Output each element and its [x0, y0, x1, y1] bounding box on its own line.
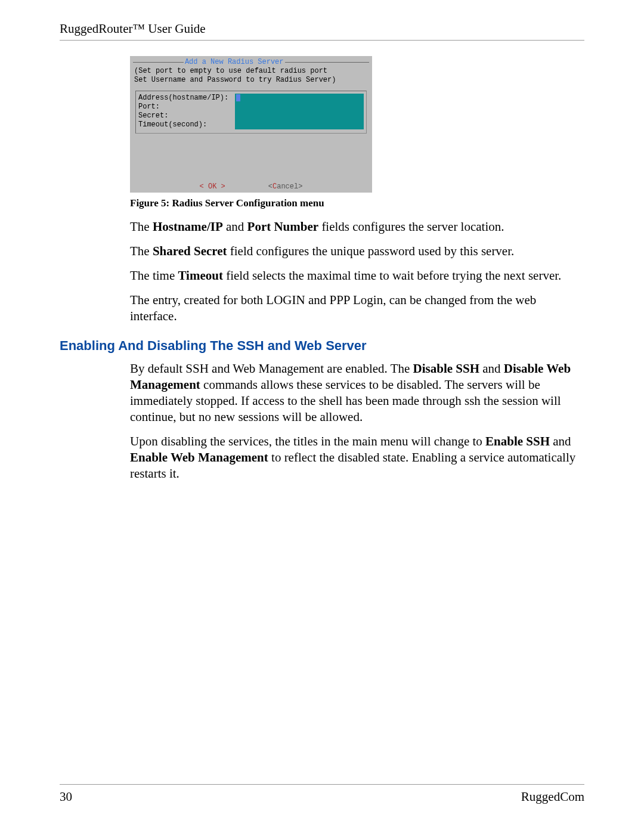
paragraph: The Shared Secret field configures the u…	[130, 243, 584, 259]
figure-caption: Figure 5: Radius Server Configuration me…	[130, 197, 584, 209]
dialog-border-line	[133, 62, 184, 63]
dialog-hint-1: (Set port to empty to use default radius…	[134, 67, 370, 76]
header-title: RuggedRouter™ User Guide	[60, 21, 206, 36]
dialog-hint-2: Set Username and Password to try Radius …	[134, 76, 370, 85]
field-input-address[interactable]	[235, 94, 364, 103]
paragraph: By default SSH and Web Management are en…	[130, 361, 584, 425]
dialog-button-row: < OK > <Cancel>	[132, 182, 370, 191]
cancel-button[interactable]: <Cancel>	[268, 182, 303, 191]
field-input-port[interactable]	[235, 103, 364, 112]
field-label-timeout: Timeout(second):	[138, 120, 235, 129]
field-label-address: Address(hostname/IP):	[138, 94, 235, 103]
dialog-border-line	[285, 62, 369, 63]
footer-brand: RuggedCom	[521, 789, 584, 804]
page-footer: 30 RuggedCom	[60, 784, 584, 804]
paragraph: The time Timeout field selects the maxim…	[130, 268, 584, 284]
paragraph: Upon disabling the services, the titles …	[130, 433, 584, 482]
text-cursor-icon	[236, 94, 240, 101]
dialog-title: Add a New Radius Server	[185, 58, 284, 67]
field-label-port: Port:	[138, 103, 235, 112]
page-number: 30	[60, 789, 72, 804]
paragraph: The entry, created for both LOGIN and PP…	[130, 292, 584, 324]
field-input-timeout[interactable]	[235, 120, 364, 129]
page-header: RuggedRouter™ User Guide	[60, 21, 584, 41]
field-input-secret[interactable]	[235, 112, 364, 120]
paragraph: The Hostname/IP and Port Number fields c…	[130, 219, 584, 235]
ok-button[interactable]: < OK >	[200, 182, 225, 191]
field-label-secret: Secret:	[138, 112, 235, 120]
dialog-inner-box: Address(hostname/IP): Port: Secret: Time…	[135, 91, 367, 134]
terminal-dialog: Add a New Radius Server (Set port to emp…	[130, 56, 372, 193]
section-heading: Enabling And Disabling The SSH and Web S…	[60, 338, 584, 354]
